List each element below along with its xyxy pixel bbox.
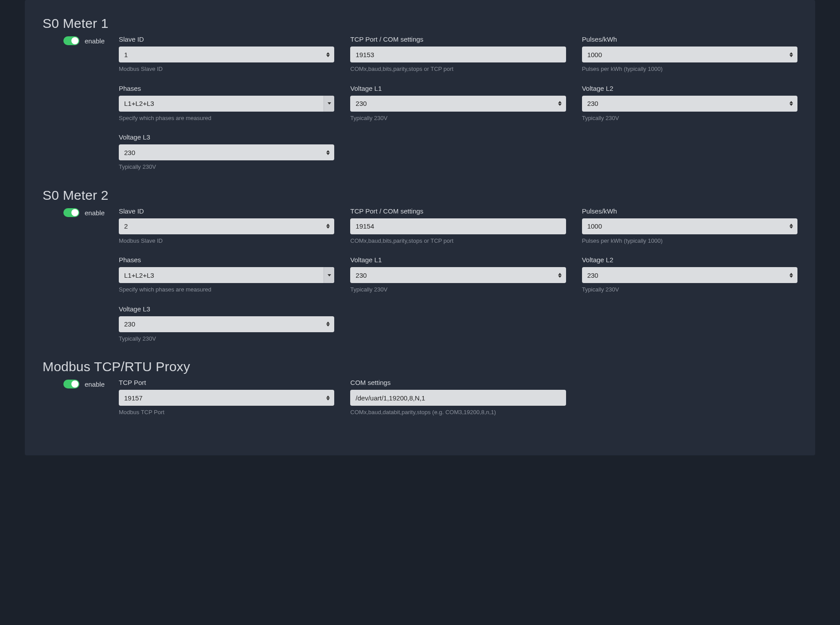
section-title: Modbus TCP/RTU Proxy <box>43 359 797 374</box>
field-label: Pulses/kWh <box>582 207 797 215</box>
stepper-icon[interactable] <box>788 221 795 232</box>
enable-toggle[interactable] <box>63 380 79 388</box>
field-com: COM settingsCOMx,baud,databit,parity,sto… <box>350 379 566 416</box>
stepper-icon[interactable] <box>556 98 563 109</box>
section-title: S0 Meter 1 <box>43 16 797 31</box>
field-label: Voltage L3 <box>119 305 334 313</box>
field-label: Voltage L3 <box>119 133 334 141</box>
vl1-input[interactable] <box>350 96 566 112</box>
field-help: COMx,baud,bits,parity,stops or TCP port <box>350 237 566 245</box>
stepper-icon[interactable] <box>788 270 795 280</box>
stepper-icon[interactable] <box>324 221 332 232</box>
tcp_com-input[interactable] <box>350 218 566 234</box>
vl2-input[interactable] <box>582 96 797 112</box>
section-title: S0 Meter 2 <box>43 188 797 203</box>
field-pulses: Pulses/kWhPulses per kWh (typically 1000… <box>582 35 797 73</box>
stepper-icon[interactable] <box>324 392 332 403</box>
field-label: TCP Port <box>119 379 334 386</box>
enable-toggle[interactable] <box>63 208 79 217</box>
stepper-icon[interactable] <box>324 147 332 158</box>
field-slave_id: Slave IDModbus Slave ID <box>119 35 334 73</box>
field-help: Typically 230V <box>350 114 566 122</box>
field-help: Modbus Slave ID <box>119 65 334 73</box>
vl1-input[interactable] <box>350 267 566 283</box>
field-phases: PhasesSpecify which phases are measured <box>119 85 334 122</box>
field-tcp_port: TCP PortModbus TCP Port <box>119 379 334 416</box>
field-label: Voltage L1 <box>350 85 566 92</box>
field-vl1: Voltage L1Typically 230V <box>350 85 566 122</box>
slave_id-input[interactable] <box>119 47 334 62</box>
field-help: Specify which phases are measured <box>119 114 334 122</box>
field-pulses: Pulses/kWhPulses per kWh (typically 1000… <box>582 207 797 245</box>
stepper-icon[interactable] <box>556 270 563 280</box>
field-tcp_com: TCP Port / COM settingsCOMx,baud,bits,pa… <box>350 207 566 245</box>
field-label: TCP Port / COM settings <box>350 207 566 215</box>
field-label: Slave ID <box>119 35 334 43</box>
settings-section: S0 Meter 2enableSlave IDModbus Slave IDT… <box>43 188 797 343</box>
field-vl2: Voltage L2Typically 230V <box>582 85 797 122</box>
phases-input[interactable] <box>119 96 334 112</box>
field-label: Slave ID <box>119 207 334 215</box>
fields-grid: TCP PortModbus TCP PortCOM settingsCOMx,… <box>119 379 797 416</box>
field-help: Typically 230V <box>119 335 334 343</box>
settings-section: Modbus TCP/RTU ProxyenableTCP PortModbus… <box>43 359 797 416</box>
field-label: Phases <box>119 256 334 264</box>
field-vl3: Voltage L3Typically 230V <box>119 133 334 171</box>
field-label: Voltage L1 <box>350 256 566 264</box>
field-label: Voltage L2 <box>582 85 797 92</box>
settings-section: S0 Meter 1enableSlave IDModbus Slave IDT… <box>43 16 797 171</box>
enable-label: enable <box>85 36 105 46</box>
field-help: Pulses per kWh (typically 1000) <box>582 65 797 73</box>
field-label: Phases <box>119 85 334 92</box>
field-label: Pulses/kWh <box>582 35 797 43</box>
field-help: Specify which phases are measured <box>119 286 334 294</box>
field-help: Pulses per kWh (typically 1000) <box>582 237 797 245</box>
field-vl3: Voltage L3Typically 230V <box>119 305 334 343</box>
enable-label: enable <box>85 380 105 389</box>
pulses-input[interactable] <box>582 218 797 234</box>
vl3-input[interactable] <box>119 144 334 160</box>
field-help: Typically 230V <box>582 286 797 294</box>
field-tcp_com: TCP Port / COM settingsCOMx,baud,bits,pa… <box>350 35 566 73</box>
pulses-input[interactable] <box>582 47 797 62</box>
field-label: COM settings <box>350 379 566 386</box>
field-help: Typically 230V <box>582 114 797 122</box>
field-slave_id: Slave IDModbus Slave ID <box>119 207 334 245</box>
vl3-input[interactable] <box>119 316 334 332</box>
field-label: Voltage L2 <box>582 256 797 264</box>
phases-input[interactable] <box>119 267 334 283</box>
field-vl2: Voltage L2Typically 230V <box>582 256 797 294</box>
field-vl1: Voltage L1Typically 230V <box>350 256 566 294</box>
fields-grid: Slave IDModbus Slave IDTCP Port / COM se… <box>119 35 797 171</box>
field-label: TCP Port / COM settings <box>350 35 566 43</box>
tcp_port-input[interactable] <box>119 390 334 406</box>
field-help: Typically 230V <box>350 286 566 294</box>
com-input[interactable] <box>350 390 566 406</box>
enable-toggle[interactable] <box>63 36 79 45</box>
field-help: COMx,baud,bits,parity,stops or TCP port <box>350 65 566 73</box>
field-help: COMx,baud,databit,parity,stops (e.g. COM… <box>350 408 566 416</box>
field-help: Typically 230V <box>119 163 334 171</box>
stepper-icon[interactable] <box>324 49 332 60</box>
stepper-icon[interactable] <box>324 319 332 330</box>
fields-grid: Slave IDModbus Slave IDTCP Port / COM se… <box>119 207 797 343</box>
stepper-icon[interactable] <box>788 98 795 109</box>
vl2-input[interactable] <box>582 267 797 283</box>
field-help: Modbus Slave ID <box>119 237 334 245</box>
stepper-icon[interactable] <box>788 49 795 60</box>
field-phases: PhasesSpecify which phases are measured <box>119 256 334 294</box>
field-help: Modbus TCP Port <box>119 408 334 416</box>
slave_id-input[interactable] <box>119 218 334 234</box>
tcp_com-input[interactable] <box>350 47 566 62</box>
enable-label: enable <box>85 208 105 218</box>
